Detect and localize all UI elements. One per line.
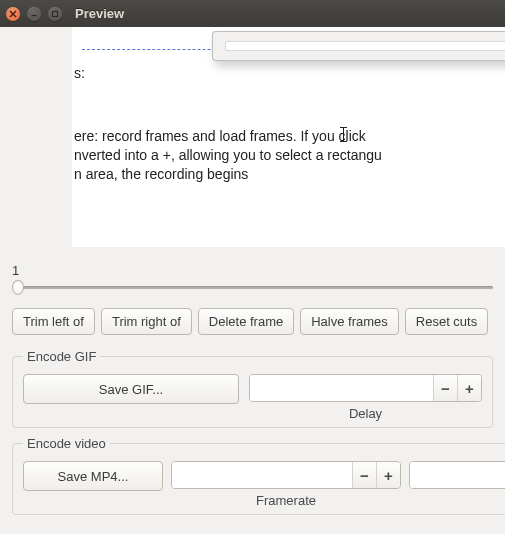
preview-frame: s: ere: record frames and load frames. I… <box>72 27 505 247</box>
delay-spinbox: − + <box>249 374 482 402</box>
content: s: ere: record frames and load frames. I… <box>0 27 505 534</box>
frame-slider[interactable] <box>12 280 493 296</box>
encode-video-legend: Encode video <box>23 436 110 451</box>
trim-right-button[interactable]: Trim right of <box>101 308 192 335</box>
preview-area: s: ere: record frames and load frames. I… <box>0 27 505 257</box>
reset-cuts-button[interactable]: Reset cuts <box>405 308 488 335</box>
preview-text-fragment: s: <box>74 64 85 83</box>
delay-decrement-button[interactable]: − <box>433 375 457 401</box>
framerate-spinbox: − + <box>171 461 401 489</box>
encode-gif-legend: Encode GIF <box>23 349 100 364</box>
framerate-decrement-button[interactable]: − <box>352 462 376 488</box>
framerate-increment-button[interactable]: + <box>376 462 400 488</box>
framerate-label: Framerate <box>256 493 316 508</box>
titlebar: Preview <box>0 0 505 27</box>
minimize-icon[interactable] <box>27 7 41 21</box>
delay-increment-button[interactable]: + <box>457 375 481 401</box>
save-mp4-button[interactable]: Save MP4... <box>23 461 163 491</box>
halve-frames-button[interactable]: Halve frames <box>300 308 399 335</box>
svg-rect-3 <box>53 11 58 16</box>
frame-slider-row: 1 <box>0 257 505 300</box>
popup-fragment <box>212 31 505 61</box>
close-icon[interactable] <box>6 7 20 21</box>
encode-gif-group: Encode GIF Save GIF... − + Delay <box>12 349 493 428</box>
preview-text-body: ere: record frames and load frames. If y… <box>74 127 382 184</box>
frame-slider-value: 1 <box>12 263 493 278</box>
delay-field-wrap: − + Delay <box>249 374 482 421</box>
delay-label: Delay <box>349 406 382 421</box>
loop-field-wrap: − + Loop <box>409 461 505 508</box>
window-title: Preview <box>75 6 124 21</box>
save-gif-button[interactable]: Save GIF... <box>23 374 239 404</box>
trim-left-button[interactable]: Trim left of <box>12 308 95 335</box>
text-cursor-icon <box>340 127 347 142</box>
edit-button-row: Trim left of Trim right of Delete frame … <box>0 300 505 345</box>
framerate-field-wrap: − + Framerate <box>171 461 401 508</box>
loop-spinbox: − + <box>409 461 505 489</box>
encode-video-group: Encode video Save MP4... − + Framerate −… <box>12 436 505 515</box>
maximize-icon[interactable] <box>48 7 62 21</box>
delete-frame-button[interactable]: Delete frame <box>198 308 294 335</box>
slider-thumb[interactable] <box>12 280 24 295</box>
delay-input[interactable] <box>250 375 433 401</box>
framerate-input[interactable] <box>172 462 352 488</box>
status-bar: Loaded /tmp/gifine_mgqiikfovc <box>0 523 505 534</box>
loop-input[interactable] <box>410 462 505 488</box>
